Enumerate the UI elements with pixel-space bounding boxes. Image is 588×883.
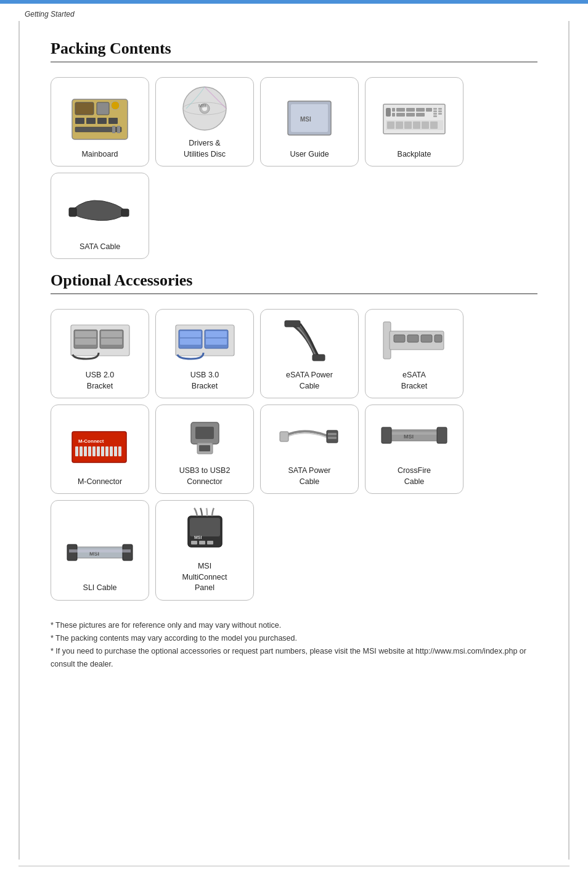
esata-bracket-label: eSATABracket [401, 370, 427, 392]
mainboard-label: Mainboard [81, 149, 118, 160]
svg-rect-100 [190, 518, 220, 536]
esata-bracket-image [380, 316, 448, 365]
item-backplate: Backplate [365, 77, 463, 166]
footer-note-1: * These pictures are for reference only … [51, 619, 537, 632]
svg-rect-1 [75, 102, 94, 115]
svg-rect-93 [437, 427, 447, 443]
svg-rect-42 [422, 121, 429, 129]
item-msi-multiconnect: MSI MSIMultiConnectPanel [155, 500, 254, 601]
svg-rect-66 [421, 335, 432, 342]
item-usb30-bracket: USB 3.0Bracket [155, 309, 254, 398]
svg-rect-58 [206, 331, 227, 337]
svg-rect-3 [75, 118, 84, 124]
esata-power-cable-label: eSATA PowerCable [286, 370, 333, 392]
svg-rect-23 [396, 108, 405, 112]
svg-rect-77 [105, 446, 108, 456]
svg-rect-64 [394, 335, 405, 342]
svg-rect-73 [88, 446, 91, 456]
item-mainboard: Mainboard [51, 77, 149, 166]
bottom-bar: 1-2 [18, 866, 570, 883]
usb30-bracket-image [171, 316, 239, 365]
svg-rect-48 [75, 331, 96, 337]
optional-accessories-title: Optional Accessories [51, 271, 537, 294]
msi-multiconnect-image: MSI [171, 507, 239, 556]
svg-rect-4 [86, 118, 96, 124]
footer-note-3: * If you need to purchase the optional a… [51, 645, 537, 671]
svg-rect-74 [92, 446, 96, 456]
usb3-usb2-connector-label: USB3 to USB2Connector [179, 466, 231, 487]
svg-rect-72 [84, 446, 87, 456]
svg-rect-25 [406, 108, 415, 112]
svg-rect-24 [396, 113, 405, 117]
m-connector-label: M-Connector [78, 477, 122, 488]
usb20-bracket-label: USB 2.0Bracket [86, 370, 115, 392]
svg-text:MSI: MSI [194, 535, 202, 540]
svg-rect-98 [69, 549, 131, 552]
svg-rect-27 [416, 108, 425, 112]
sata-cable-image [66, 187, 134, 237]
svg-rect-78 [110, 446, 113, 456]
svg-rect-39 [396, 121, 403, 129]
footer-notes: * These pictures are for reference only … [51, 619, 537, 671]
svg-rect-84 [199, 445, 210, 451]
svg-rect-79 [114, 446, 117, 456]
item-esata-bracket: eSATABracket [365, 309, 463, 398]
item-sata-cable: SATA Cable [51, 173, 149, 259]
svg-rect-92 [382, 427, 391, 443]
svg-rect-6 [108, 118, 118, 124]
svg-rect-85 [280, 432, 288, 442]
svg-rect-56 [180, 339, 201, 345]
svg-rect-59 [206, 339, 227, 345]
svg-rect-41 [413, 121, 420, 129]
user-guide-image: MSI [276, 95, 343, 144]
drivers-disc-image: MSI [171, 84, 239, 133]
svg-rect-35 [438, 110, 442, 112]
svg-text:M-Connect: M-Connect [78, 438, 104, 444]
svg-text:MSI: MSI [198, 104, 206, 108]
svg-rect-29 [426, 108, 432, 112]
svg-rect-22 [392, 113, 395, 117]
svg-rect-52 [101, 339, 122, 345]
svg-rect-104 [207, 541, 213, 544]
item-user-guide: MSI User Guide [260, 77, 359, 166]
packing-contents-title: Packing Contents [51, 39, 537, 62]
backplate-label: Backplate [398, 149, 431, 160]
svg-rect-40 [404, 121, 412, 129]
footer-note-2: * The packing contents may vary accordin… [51, 632, 537, 645]
crossfire-cable-label: CrossFireCable [398, 466, 431, 487]
content: Packing Contents [18, 21, 570, 860]
svg-rect-26 [406, 113, 415, 117]
item-m-connector: M-Connect M-Conn [51, 405, 149, 494]
sli-cable-label: SLI Cable [83, 583, 117, 594]
packing-contents-grid: Mainboard MSI Drivers &Utilities Disc [51, 77, 537, 259]
svg-rect-61 [312, 355, 325, 361]
svg-rect-70 [75, 446, 78, 456]
item-usb3-usb2-connector: USB3 to USB2Connector [155, 405, 254, 494]
mainboard-image [66, 95, 134, 144]
svg-rect-71 [80, 446, 83, 456]
svg-rect-28 [416, 113, 425, 117]
svg-rect-20 [386, 108, 391, 117]
svg-rect-2 [97, 102, 109, 115]
svg-rect-31 [433, 110, 437, 112]
esata-power-cable-image [276, 316, 343, 365]
crossfire-cable-image: MSI [380, 411, 448, 461]
svg-rect-82 [195, 427, 214, 439]
svg-rect-87 [328, 433, 337, 435]
svg-rect-9 [112, 126, 115, 133]
sata-power-cable-image [276, 411, 343, 461]
item-esata-power-cable: eSATA PowerCable [260, 309, 359, 398]
svg-rect-89 [383, 430, 445, 441]
item-sli-cable: MSI SLI Cable [51, 500, 149, 601]
svg-rect-88 [328, 437, 337, 439]
svg-point-8 [111, 101, 120, 110]
svg-rect-33 [433, 115, 437, 117]
svg-rect-67 [435, 335, 442, 342]
page: Getting Started Packing Contents [0, 0, 588, 883]
usb30-bracket-label: USB 3.0Bracket [190, 370, 219, 392]
sata-cable-label: SATA Cable [80, 242, 120, 253]
item-usb20-bracket: USB 2.0Bracket [51, 309, 149, 398]
svg-rect-49 [75, 339, 96, 345]
item-sata-power-cable: SATA PowerCable [260, 405, 359, 494]
m-connector-image: M-Connect [66, 422, 134, 472]
